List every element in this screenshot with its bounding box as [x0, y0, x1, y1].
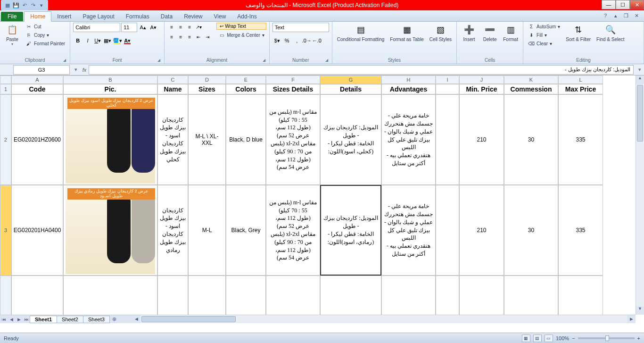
zoom-out-icon[interactable]: −: [572, 335, 575, 341]
scroll-right-icon[interactable]: ▶: [627, 315, 636, 323]
hscroll-thumb[interactable]: [141, 316, 236, 322]
horizontal-scrollbar[interactable]: ◀ ▶: [132, 315, 636, 323]
cell-H2[interactable]: خامة مريحة علي - جسمك مش هتحررك عملي و ش…: [381, 94, 436, 185]
header-cell-I[interactable]: [436, 84, 459, 94]
cell-J2[interactable]: 210: [459, 94, 504, 185]
redo-icon[interactable]: ↷: [29, 1, 37, 9]
cell-H3[interactable]: خامة مريحة علي - جسمك مش هتحررك عملي و ش…: [381, 185, 436, 276]
col-header-I[interactable]: I: [436, 75, 459, 84]
align-middle-icon[interactable]: ≡: [176, 23, 185, 31]
qat-customize-icon[interactable]: ▾: [38, 1, 45, 9]
col-header-C[interactable]: C: [157, 75, 188, 84]
save-icon[interactable]: 💾: [12, 1, 20, 9]
sheet-nav-last-icon[interactable]: ⏭: [23, 317, 30, 322]
minimize-button[interactable]: —: [602, 0, 616, 9]
header-cell-F[interactable]: Sizes Details: [266, 84, 320, 94]
header-cell-G[interactable]: Details: [320, 84, 381, 94]
number-format-select[interactable]: [272, 23, 329, 32]
view-pagebreak-icon[interactable]: ▭: [545, 335, 553, 342]
namebox-dropdown-icon[interactable]: ▾: [72, 67, 80, 73]
font-size-select[interactable]: [121, 23, 137, 32]
fx-icon[interactable]: fx: [80, 67, 89, 73]
close-button[interactable]: ✕: [630, 0, 644, 9]
format-cells-button[interactable]: ▥Format: [501, 23, 520, 43]
alignment-launcher[interactable]: ◢: [262, 58, 266, 63]
cell-I4[interactable]: [436, 276, 459, 315]
indent-inc-icon[interactable]: ⇥: [203, 33, 212, 41]
header-cell-B[interactable]: Pic.: [63, 84, 157, 94]
copy-button[interactable]: ⎘Copy ▾: [24, 31, 67, 39]
zoom-knob[interactable]: [605, 335, 609, 341]
tab-review[interactable]: Review: [178, 12, 208, 21]
row-header-4[interactable]: [0, 276, 11, 315]
sort-filter-button[interactable]: ⇅Sort & Filter: [564, 23, 593, 43]
indent-dec-icon[interactable]: ⇤: [194, 33, 203, 41]
header-cell-L[interactable]: Max Price: [558, 84, 603, 94]
cell-L4[interactable]: [558, 276, 603, 315]
align-top-icon[interactable]: ≡: [167, 23, 176, 31]
align-left-icon[interactable]: ≡: [167, 33, 176, 41]
cut-button[interactable]: ✂Cut: [24, 23, 67, 30]
cell-styles-button[interactable]: ▧Cell Styles: [428, 23, 454, 43]
comma-icon[interactable]: ,: [292, 36, 302, 45]
conditional-formatting-button[interactable]: ▤Conditional Formatting: [335, 23, 387, 43]
cell-G4[interactable]: [320, 276, 381, 315]
cell-F4[interactable]: [266, 276, 320, 315]
header-cell-A[interactable]: Code: [11, 84, 63, 94]
percent-icon[interactable]: %: [282, 36, 292, 45]
underline-button[interactable]: U▾: [93, 36, 102, 45]
insert-cells-button[interactable]: ➕Insert: [460, 23, 479, 43]
shrink-font-icon[interactable]: A▾: [149, 23, 158, 32]
cell-K4[interactable]: [504, 276, 558, 315]
cell-pic-3[interactable]: عرض 2 كارديجان بيزك طويل رمادي بيزك طويل…: [63, 185, 157, 276]
wrap-text-button[interactable]: ↩Wrap Text: [216, 23, 266, 30]
zoom-level[interactable]: 100%: [556, 335, 569, 341]
cell-E2[interactable]: Black, D blue: [226, 94, 266, 185]
row-header-2[interactable]: 2: [0, 94, 11, 185]
name-box[interactable]: G3: [13, 65, 70, 75]
orientation-icon[interactable]: ↗▾: [194, 23, 203, 31]
new-sheet-icon[interactable]: ⊕: [110, 316, 119, 322]
zoom-slider[interactable]: [578, 337, 635, 339]
col-header-G[interactable]: G: [320, 75, 381, 84]
cell-D3[interactable]: M-L: [188, 185, 226, 276]
inc-decimal-icon[interactable]: .0→: [302, 36, 312, 45]
tab-view[interactable]: View: [208, 12, 232, 21]
currency-icon[interactable]: $▾: [272, 36, 282, 45]
cell-D2[interactable]: M-L \ XL-XXL: [188, 94, 226, 185]
cell-E3[interactable]: Black, Grey: [226, 185, 266, 276]
cell-A4[interactable]: [11, 276, 63, 315]
minimize-ribbon-icon[interactable]: ▴: [612, 12, 619, 19]
fill-color-button[interactable]: 🪣▾: [113, 36, 122, 45]
cell-A2[interactable]: EG020201HZ0600: [11, 94, 63, 185]
col-header-H[interactable]: H: [381, 75, 436, 84]
font-launcher[interactable]: ◢: [157, 58, 161, 63]
tab-data[interactable]: Data: [155, 12, 178, 21]
cell-G2[interactable]: الموديل: كارديجان بيزك - طويل الخامة: قط…: [320, 94, 381, 185]
vscroll-thumb[interactable]: [637, 85, 643, 142]
grow-font-icon[interactable]: A▴: [138, 23, 148, 32]
col-header-K[interactable]: K: [504, 75, 558, 84]
cell-J4[interactable]: [459, 276, 504, 315]
header-cell-K[interactable]: Commession: [504, 84, 558, 94]
header-cell-D[interactable]: Sizes: [188, 84, 226, 94]
col-header-L[interactable]: L: [558, 75, 603, 84]
col-header-E[interactable]: E: [226, 75, 266, 84]
cell-L3[interactable]: 335: [558, 185, 603, 276]
align-right-icon[interactable]: ≡: [185, 33, 194, 41]
scroll-down-icon[interactable]: ▼: [636, 306, 644, 315]
expand-formula-icon[interactable]: ▾: [636, 67, 644, 73]
tab-page-layout[interactable]: Page Layout: [77, 12, 120, 21]
select-all-corner[interactable]: [0, 75, 11, 84]
maximize-button[interactable]: ☐: [616, 0, 630, 9]
header-cell-H[interactable]: Advantages: [381, 84, 436, 94]
format-painter-button[interactable]: 🖌Format Painter: [24, 40, 67, 47]
sheet-tab-sheet1[interactable]: Sheet1: [30, 316, 57, 323]
cell-L2[interactable]: 335: [558, 94, 603, 185]
delete-cells-button[interactable]: ➖Delete: [480, 23, 499, 43]
tab-home[interactable]: Home: [24, 11, 51, 22]
fill-button[interactable]: ⬇Fill ▾: [526, 31, 562, 39]
cell-I2[interactable]: [436, 94, 459, 185]
cell-G3[interactable]: الموديل: كارديجان بيزك - طويل الخامة: قط…: [320, 185, 381, 276]
cell-K2[interactable]: 30: [504, 94, 558, 185]
